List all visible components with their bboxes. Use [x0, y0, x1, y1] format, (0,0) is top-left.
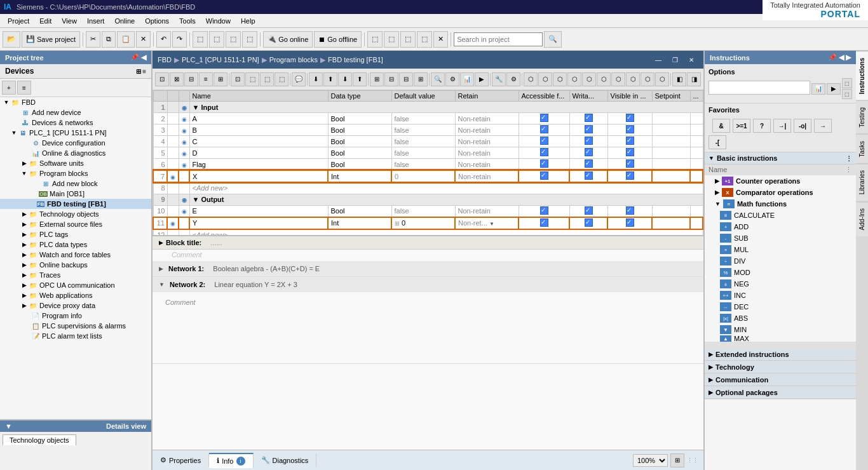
- interface-scroll[interactable]: Name Data type Default value Retain Acce…: [153, 90, 703, 236]
- tree-item-plcalarm[interactable]: 📝 PLC alarm text lists: [0, 331, 151, 341]
- delete-btn[interactable]: ✕: [136, 31, 151, 48]
- ed-tb-15[interactable]: ⊞: [370, 72, 384, 86]
- details-tab-techobj[interactable]: Technology objects: [3, 434, 76, 445]
- search-input[interactable]: [454, 32, 543, 46]
- ed-tb-36[interactable]: ◨: [687, 72, 701, 86]
- ed-tb-33[interactable]: ⬡: [641, 72, 654, 86]
- toolbar-btn2[interactable]: ⬚: [209, 31, 224, 48]
- inst-scroll-area[interactable]: [705, 342, 856, 349]
- bottom-tab-diagnostics[interactable]: 🔧 Diagnostics: [254, 453, 317, 467]
- ed-tb-27[interactable]: ⬡: [553, 72, 567, 86]
- tree-item-plctags[interactable]: ▶ 📁 PLC tags: [0, 229, 151, 239]
- inst-item-abs[interactable]: |x| ABS: [705, 312, 856, 324]
- devices-icon-btn2[interactable]: ≡: [142, 68, 146, 75]
- ed-tb-10[interactable]: 💬: [292, 72, 306, 86]
- menu-tools[interactable]: Tools: [174, 16, 201, 26]
- ed-tb-5[interactable]: ⊞: [214, 72, 227, 86]
- menu-view[interactable]: View: [57, 16, 82, 26]
- tree-item-devnet[interactable]: 🖧 Devices & networks: [0, 117, 151, 128]
- tree-item-devconfig[interactable]: ⚙ Device configuration: [0, 138, 151, 148]
- tree-pin-btn[interactable]: 📌: [130, 53, 139, 62]
- tree-toolbar-btn2[interactable]: ≡: [17, 81, 31, 95]
- inst-section-extended-header[interactable]: ▶ Extended instructions: [705, 349, 856, 361]
- editor-max-btn[interactable]: ❐: [668, 53, 682, 67]
- ed-tb-14[interactable]: ⬆: [353, 72, 367, 86]
- inst-item-div[interactable]: ÷ DIV: [705, 255, 856, 267]
- toolbar-extras5[interactable]: ✕: [433, 31, 448, 48]
- ed-tb-25[interactable]: ⬡: [524, 72, 538, 86]
- ed-tb-8[interactable]: ⬚: [260, 72, 274, 86]
- tree-item-proginfo[interactable]: 📄 Program info: [0, 311, 151, 321]
- tree-toolbar-btn1[interactable]: +: [2, 81, 16, 95]
- save-btn[interactable]: 💾 Save project: [22, 31, 80, 48]
- ed-tb-6[interactable]: ⊡: [231, 72, 245, 86]
- ed-tb-30[interactable]: ⬡: [597, 72, 611, 86]
- ed-tb-3[interactable]: ⊟: [184, 72, 198, 86]
- open-btn[interactable]: 📂: [3, 31, 20, 48]
- editor-close-btn[interactable]: ✕: [684, 53, 698, 67]
- tree-item-mainob1[interactable]: OB Main [OB1]: [0, 189, 151, 199]
- editor-min-btn[interactable]: —: [651, 53, 665, 67]
- ed-tb-18[interactable]: ⊞: [414, 72, 428, 86]
- inst-cat-compare[interactable]: ▶ X Comparator operations: [705, 187, 856, 198]
- bottom-tab-properties[interactable]: ⚙ Properties: [153, 453, 209, 467]
- inst-item-neg[interactable]: ± NEG: [705, 278, 856, 290]
- inst-close-btn[interactable]: ▶: [846, 53, 851, 62]
- menu-project[interactable]: Project: [3, 16, 34, 26]
- ed-tb-21[interactable]: 📊: [460, 72, 474, 86]
- fav-btn-and[interactable]: &: [712, 119, 730, 133]
- menu-edit[interactable]: Edit: [34, 16, 57, 26]
- tree-item-opcua[interactable]: ▶ 📁 OPC UA communication: [0, 280, 151, 290]
- ed-tb-2[interactable]: ⊠: [170, 72, 184, 86]
- inst-expand-all-btn[interactable]: ▶: [827, 83, 841, 95]
- inst-item-max-partial[interactable]: ▲ MAX: [705, 335, 856, 342]
- network-2-header[interactable]: ▼ Network 2: Linear equation Y = 2X + 3: [153, 277, 703, 292]
- basic-menu[interactable]: ⋮: [846, 155, 852, 162]
- network-1-header[interactable]: ▶ Network 1: Boolean algebra - (A+B)(C+D…: [153, 261, 703, 276]
- inst-cat-counter[interactable]: ▶ +1 Counter operations: [705, 175, 856, 187]
- inst-item-calculate[interactable]: ≡ CALCULATE: [705, 210, 856, 221]
- menu-insert[interactable]: Insert: [82, 16, 110, 26]
- fav-btn-arrow[interactable]: →|: [773, 119, 791, 133]
- right-tab-testing[interactable]: Testing: [856, 100, 868, 134]
- ed-tb-1[interactable]: ⊡: [155, 72, 169, 86]
- inst-item-add[interactable]: + ADD: [705, 221, 856, 232]
- devices-icon-btn1[interactable]: ⊞: [136, 68, 141, 75]
- fav-btn-bracket[interactable]: -[: [709, 135, 726, 149]
- ed-tb-22[interactable]: ▶: [475, 72, 489, 86]
- inst-section-basic-header[interactable]: ▼ Basic instructions ⋮: [705, 152, 856, 164]
- inst-section-optional-header[interactable]: ▶ Optional packages: [705, 387, 856, 399]
- ed-tb-34[interactable]: ⬡: [655, 72, 669, 86]
- tree-item-traces[interactable]: ▶ 📁 Traces: [0, 270, 151, 280]
- tree-item-plcsup[interactable]: 📋 PLC supervisions & alarms: [0, 321, 151, 331]
- inst-layout-btn1[interactable]: ⬚: [842, 78, 852, 88]
- menu-online[interactable]: Online: [109, 16, 140, 26]
- undo-btn[interactable]: ↶: [156, 31, 171, 48]
- menu-help[interactable]: Help: [236, 16, 261, 26]
- tree-item-plc1[interactable]: ▼ 🖥 PLC_1 [CPU 1511-1 PN]: [0, 128, 151, 138]
- inst-expand-btn[interactable]: ◀: [839, 53, 844, 62]
- tree-item-swunits[interactable]: ▶ 📁 Software units: [0, 158, 151, 168]
- inst-chart-btn[interactable]: 📊: [811, 83, 825, 95]
- go-online-btn[interactable]: 🔌 Go online: [263, 31, 313, 48]
- inst-cat-math[interactable]: ▼ = Math functions: [705, 198, 856, 210]
- tree-item-fbdtest[interactable]: FB FBD testing [FB1]: [0, 199, 151, 209]
- ed-tb-11[interactable]: ⬇: [309, 72, 323, 86]
- inst-item-inc[interactable]: ++ INC: [705, 290, 856, 301]
- ed-tb-24[interactable]: ⚙: [506, 72, 520, 86]
- tree-item-adddevice[interactable]: ⊞ Add new device: [0, 107, 151, 117]
- zoom-fit-btn[interactable]: ⊞: [670, 453, 684, 467]
- ed-tb-7[interactable]: ⬚: [245, 72, 259, 86]
- tree-item-online[interactable]: 📊 Online & diagnostics: [0, 148, 151, 158]
- toolbar-extras3[interactable]: ⬚: [400, 31, 416, 48]
- cut-btn[interactable]: ✂: [86, 31, 100, 48]
- ed-tb-26[interactable]: ⬡: [538, 72, 552, 86]
- menu-options[interactable]: Options: [140, 16, 174, 26]
- fav-btn-ge1[interactable]: >=1: [733, 119, 750, 133]
- right-tab-libraries[interactable]: Libraries: [856, 163, 868, 201]
- ed-tb-23[interactable]: 🔧: [492, 72, 506, 86]
- ed-tb-4[interactable]: ≡: [199, 72, 213, 86]
- ed-tb-31[interactable]: ⬡: [611, 72, 625, 86]
- bottom-tab-info[interactable]: ℹ Info i: [209, 453, 253, 468]
- ed-tb-29[interactable]: ⬡: [582, 72, 596, 86]
